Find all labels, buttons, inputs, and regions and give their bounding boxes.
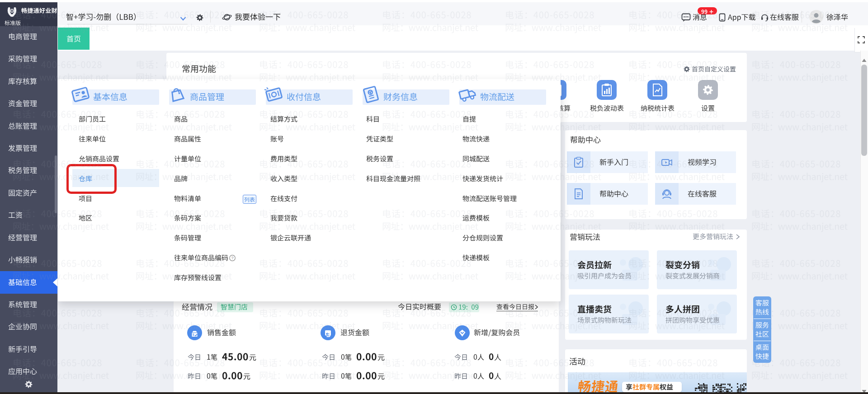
svg-text:?: ? <box>231 256 233 260</box>
